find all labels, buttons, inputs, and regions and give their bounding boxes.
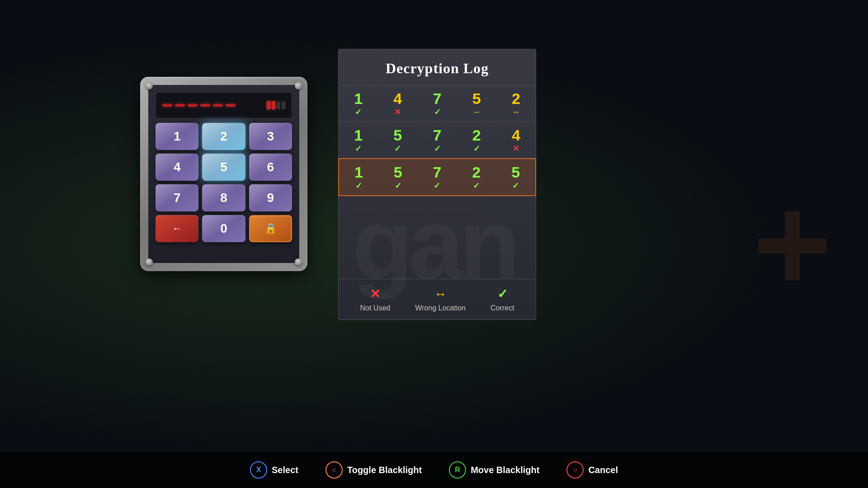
key-4[interactable]: 4 — [156, 154, 198, 181]
log-symbol: ✓ — [434, 145, 441, 153]
log-cell-1-5: 2 ↔ — [496, 91, 536, 116]
key-1[interactable]: 1 — [156, 123, 198, 150]
key-lock[interactable]: 🔒 — [249, 215, 292, 242]
bottom-bar: X Select ○ Toggle Blacklight R Move Blac… — [0, 452, 868, 488]
key-5[interactable]: 5 — [202, 154, 245, 181]
log-digit: 5 — [393, 127, 402, 143]
log-symbol: ✕ — [394, 108, 401, 116]
key-9[interactable]: 9 — [249, 184, 292, 211]
log-cell-3-5: 5 ✓ — [496, 164, 535, 190]
log-cell-2-5: 4 ✕ — [496, 127, 536, 153]
log-cell-3-1: 1 ✓ — [339, 164, 378, 190]
key-2[interactable]: 2 — [202, 123, 245, 150]
key-3[interactable]: 3 — [249, 123, 292, 150]
dash-5 — [213, 104, 223, 106]
dash-3 — [188, 104, 198, 106]
log-digit: 5 — [472, 91, 481, 106]
log-cell-1-4: 5 ↔ — [457, 91, 496, 116]
dash-1 — [162, 104, 172, 106]
dash-2 — [175, 104, 185, 106]
key-7[interactable]: 7 — [156, 184, 198, 211]
key-6[interactable]: 6 — [249, 154, 292, 181]
log-digit: 5 — [394, 164, 402, 180]
log-cell-2-4: 2 ✓ — [457, 127, 496, 153]
watermark-text: gan — [352, 187, 515, 301]
log-cell-1-1: 1 ✓ — [339, 91, 378, 116]
display-dashes — [162, 104, 236, 106]
indicator-2 — [272, 101, 275, 109]
screw-tr — [295, 82, 302, 89]
keypad-grid: 1 2 3 4 5 6 7 8 9 ← 0 🔒 — [156, 123, 292, 242]
log-symbol: ↔ — [472, 108, 481, 116]
action-move-label: Move Blacklight — [471, 465, 539, 475]
log-digit: 2 — [512, 91, 520, 106]
log-digit: 1 — [354, 127, 363, 143]
log-symbol: ✓ — [394, 145, 401, 153]
keypad-display — [156, 92, 292, 118]
log-row-2: 1 ✓ 5 ✓ 7 ✓ 2 ✓ 4 ✕ — [339, 122, 536, 158]
log-cell-3-3: 7 ✓ — [418, 164, 457, 190]
screw-tl — [146, 82, 153, 89]
key-0[interactable]: 0 — [202, 215, 245, 242]
log-digit: 7 — [433, 164, 442, 180]
action-move-blacklight[interactable]: R Move Blacklight — [449, 461, 539, 479]
log-cell-2-2: 5 ✓ — [378, 127, 417, 153]
log-row-1: 1 ✓ 4 ✕ 7 ✓ 5 ↔ 2 ↔ — [339, 85, 536, 122]
action-cancel-label: Cancel — [588, 465, 618, 475]
action-toggle-blacklight[interactable]: ○ Toggle Blacklight — [326, 461, 422, 479]
keypad-outer: 1 2 3 4 5 6 7 8 9 ← 0 🔒 — [140, 77, 307, 271]
screw-br — [295, 258, 302, 266]
log-digit: 2 — [472, 164, 481, 180]
log-cell-3-4: 2 ✓ — [457, 164, 496, 190]
action-select[interactable]: X Select — [250, 461, 298, 479]
log-symbol: ✓ — [434, 108, 441, 116]
screw-bl — [146, 258, 153, 266]
log-digit: 1 — [354, 164, 363, 180]
log-symbol: ✓ — [473, 145, 480, 153]
watermark-plus: + — [753, 166, 832, 322]
circle-button-icon: ○ — [326, 461, 343, 479]
log-symbol: ✓ — [355, 145, 362, 153]
log-digit: 1 — [354, 91, 363, 106]
log-symbol: ↔ — [512, 108, 520, 116]
key-delete[interactable]: ← — [156, 215, 198, 242]
wrong-location-label: Wrong Location — [415, 304, 466, 312]
x-button-icon: X — [250, 461, 267, 479]
action-toggle-label: Toggle Blacklight — [347, 465, 422, 475]
correct-label: Correct — [491, 304, 514, 312]
log-digit: 5 — [511, 164, 520, 180]
indicator-1 — [267, 101, 270, 109]
action-cancel[interactable]: ○ Cancel — [566, 461, 618, 479]
log-cell-1-2: 4 ✕ — [378, 91, 417, 116]
indicator-4 — [282, 101, 285, 109]
action-select-label: Select — [272, 465, 298, 475]
log-cell-1-3: 7 ✓ — [417, 91, 457, 116]
dash-6 — [226, 104, 236, 106]
indicator-3 — [277, 101, 280, 109]
log-digit: 7 — [433, 127, 442, 143]
log-digit: 4 — [393, 91, 402, 106]
log-symbol: ✓ — [355, 108, 362, 116]
log-symbol: ✕ — [513, 145, 519, 153]
o-button-icon: ○ — [566, 461, 584, 479]
log-cell-2-1: 1 ✓ — [339, 127, 378, 153]
keypad-wrapper: 1 2 3 4 5 6 7 8 9 ← 0 🔒 — [140, 77, 307, 271]
log-cell-3-2: 5 ✓ — [378, 164, 418, 190]
not-used-label: Not Used — [360, 304, 391, 312]
log-cell-2-3: 7 ✓ — [417, 127, 457, 153]
log-title: Decryption Log — [339, 49, 536, 85]
r-button-icon: R — [449, 461, 466, 479]
display-indicator — [267, 101, 285, 109]
log-digit: 7 — [433, 91, 442, 106]
key-8[interactable]: 8 — [202, 184, 245, 211]
log-digit: 2 — [472, 127, 481, 143]
keypad-inner: 1 2 3 4 5 6 7 8 9 ← 0 🔒 — [148, 85, 299, 263]
dash-4 — [200, 104, 210, 106]
log-digit: 4 — [512, 127, 520, 143]
